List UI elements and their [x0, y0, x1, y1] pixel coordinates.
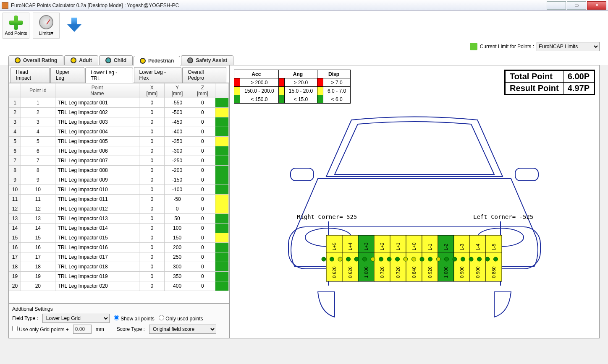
limit-icon: [470, 43, 477, 50]
limits-button[interactable]: Limits▾: [33, 13, 60, 39]
table-row[interactable]: 44TRL Leg Impactor 0040-4000: [9, 127, 229, 137]
show-all-radio[interactable]: Show all points: [114, 315, 155, 322]
svg-text:L+0: L+0: [411, 242, 417, 250]
additional-settings: Addtional Settings Field Type : Lower Le…: [9, 303, 229, 338]
svg-point-73: [485, 257, 490, 261]
svg-point-53: [322, 257, 326, 261]
svg-point-72: [477, 257, 482, 261]
svg-text:0.880: 0.880: [491, 266, 496, 278]
svg-text:L+5: L+5: [332, 242, 337, 250]
svg-text:L+3: L+3: [364, 242, 369, 250]
svg-text:0.900: 0.900: [475, 266, 480, 278]
svg-point-67: [436, 257, 440, 261]
grid-header[interactable]: Point Id: [21, 83, 55, 98]
field-type-select[interactable]: Lower Leg Grid: [42, 314, 110, 323]
titlebar: EuroNCAP Points Calculator 0.2a [Desktop…: [0, 0, 608, 11]
car-diagram: Right Corner= 525Left Corner= -525L+50.6…: [267, 112, 561, 325]
data-grid[interactable]: Point IdPointNameX[mm]Y[mm]Z[mm]11TRL Le…: [9, 83, 229, 303]
score-type-select[interactable]: Original field score: [149, 325, 216, 334]
tab-child[interactable]: Child: [99, 55, 133, 65]
grid-header[interactable]: [215, 83, 229, 98]
grid-header[interactable]: [9, 83, 21, 98]
svg-text:L+4: L+4: [348, 242, 353, 250]
svg-point-69: [453, 257, 457, 261]
add-points-button[interactable]: Add Points: [3, 13, 29, 39]
subtab-lower-leg-flex[interactable]: Lower Leg - Flex: [134, 67, 182, 83]
app-icon: [2, 2, 8, 9]
svg-point-55: [338, 257, 342, 261]
table-row[interactable]: 55TRL Leg Impactor 0050-3500: [9, 137, 229, 146]
grid-offset-input[interactable]: [73, 325, 92, 334]
grid-header[interactable]: Y[mm]: [165, 83, 190, 98]
settings-title: Addtional Settings: [12, 306, 225, 312]
svg-point-57: [354, 257, 359, 261]
field-type-label: Field Type :: [12, 315, 38, 321]
grid-header[interactable]: PointName: [55, 83, 139, 98]
table-row[interactable]: 22TRL Leg Impactor 0020-5000: [9, 108, 229, 117]
table-row[interactable]: 1616TRL Leg Impactor 01602000: [9, 243, 229, 252]
use-grid-checkbox[interactable]: Use only Grid points +: [12, 326, 69, 333]
table-row[interactable]: 1212TRL Leg Impactor 012000: [9, 204, 229, 214]
tab-safety-assist[interactable]: Safety Assist: [181, 55, 233, 65]
svg-text:L-5: L-5: [491, 244, 496, 250]
svg-text:1.000: 1.000: [364, 266, 369, 278]
maximize-button[interactable]: ▭: [567, 1, 586, 10]
toolbar: Add Points Limits▾: [0, 11, 608, 40]
table-row[interactable]: 77TRL Leg Impactor 0070-2500: [9, 156, 229, 166]
svg-text:0.840: 0.840: [411, 266, 417, 278]
table-row[interactable]: 1919TRL Leg Impactor 01903500: [9, 272, 229, 281]
svg-point-61: [387, 257, 391, 261]
plus-icon: [9, 16, 23, 30]
svg-text:0.720: 0.720: [396, 266, 401, 278]
svg-point-63: [404, 257, 408, 261]
svg-text:L+2: L+2: [380, 242, 385, 250]
tab-adult[interactable]: Adult: [64, 55, 98, 65]
svg-point-68: [445, 257, 449, 261]
svg-point-74: [494, 257, 498, 261]
grid-header[interactable]: X[mm]: [139, 83, 165, 98]
subtab-lower-leg-trl[interactable]: Lower Leg - TRL: [85, 68, 133, 83]
table-row[interactable]: 66TRL Leg Impactor 0060-3000: [9, 146, 229, 156]
points-summary: Total Point6.00P Result Point4.97P: [504, 70, 595, 95]
grid-header[interactable]: Z[mm]: [190, 83, 215, 98]
svg-point-70: [461, 257, 465, 261]
table-row[interactable]: 1515TRL Leg Impactor 01501500: [9, 233, 229, 243]
table-row[interactable]: 88TRL Leg Impactor 0080-2000: [9, 166, 229, 175]
svg-point-56: [346, 257, 351, 261]
limit-bar: Current Limit for Points : EuroNCAP Limi…: [0, 40, 608, 53]
table-row[interactable]: 99TRL Leg Impactor 0090-1500: [9, 175, 229, 185]
table-row[interactable]: 1717TRL Leg Impactor 01702500: [9, 252, 229, 262]
subtab-overall-pedpro[interactable]: Overall Pedpro: [182, 67, 226, 83]
only-used-radio[interactable]: Only used points: [159, 315, 203, 322]
svg-text:0.920: 0.920: [427, 266, 432, 278]
table-row[interactable]: 1818TRL Leg Impactor 01803000: [9, 262, 229, 272]
svg-point-58: [363, 257, 367, 261]
minimize-button[interactable]: —: [547, 1, 566, 10]
svg-point-64: [412, 257, 416, 261]
svg-text:0.620: 0.620: [348, 266, 353, 278]
table-row[interactable]: 1111TRL Leg Impactor 0110-500: [9, 195, 229, 204]
svg-rect-1: [515, 168, 538, 181]
table-row[interactable]: 1010TRL Leg Impactor 0100-1000: [9, 185, 229, 195]
svg-text:L-2: L-2: [443, 244, 448, 250]
table-row[interactable]: 33TRL Leg Impactor 0030-4500: [9, 117, 229, 127]
limit-select[interactable]: EuroNCAP Limits: [537, 42, 600, 51]
legend-table: AccAngDisp> 200.0> 20.0> 7.0150.0 - 200.…: [234, 70, 351, 104]
svg-rect-0: [291, 168, 314, 181]
close-button[interactable]: ✕: [587, 1, 606, 10]
table-row[interactable]: 1313TRL Leg Impactor 0130500: [9, 214, 229, 224]
svg-text:1.000: 1.000: [443, 266, 448, 278]
svg-point-65: [420, 257, 424, 261]
tab-overall-rating[interactable]: Overall Rating: [8, 55, 63, 65]
subtab-upper-leg[interactable]: Upper Leg: [50, 67, 84, 83]
svg-text:0.900: 0.900: [459, 266, 464, 278]
tab-pedestrian[interactable]: Pedestrian: [134, 56, 180, 65]
score-type-label: Score Type :: [117, 326, 145, 332]
table-row[interactable]: 1414TRL Leg Impactor 01401000: [9, 224, 229, 233]
table-row[interactable]: 11TRL Leg Impactor 0010-5500: [9, 98, 229, 108]
table-row[interactable]: 2020TRL Leg Impactor 02004000: [9, 281, 229, 291]
svg-text:Right Corner= 525: Right Corner= 525: [297, 213, 357, 220]
subtab-head-impact[interactable]: Head Impact: [10, 67, 50, 83]
sub-tabs: Head ImpactUpper LegLower Leg - TRLLower…: [9, 65, 229, 83]
svg-text:L-3: L-3: [459, 244, 464, 250]
